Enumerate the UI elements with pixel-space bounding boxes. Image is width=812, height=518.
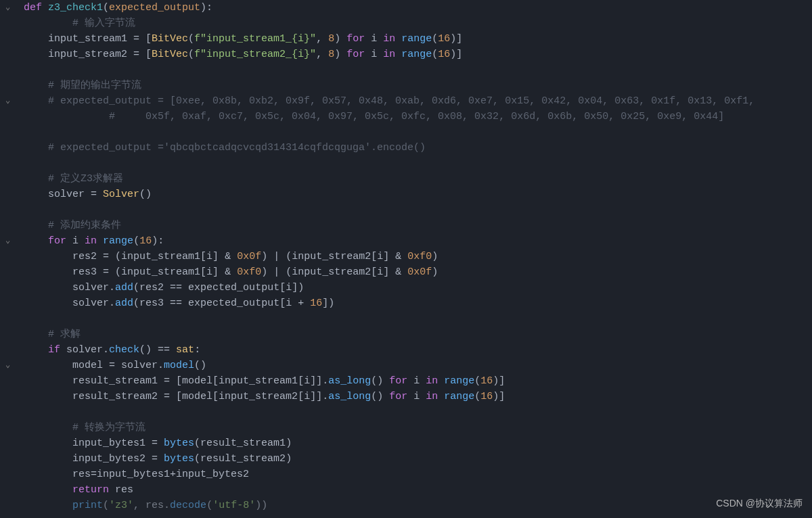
comment: # expected_output ='qbcqbctcadqcvcqd3143… xyxy=(48,142,426,154)
string: f"input_stream1_{i}" xyxy=(194,33,316,45)
gutter: ⌄ ⌄ ⌄ ⌄ xyxy=(0,0,20,518)
watermark-label: CSDN @协议算法师 xyxy=(716,496,803,511)
function-name: z3_check1 xyxy=(48,2,103,14)
comment: # expected_output = [0xee, 0x8b, 0xb2, 0… xyxy=(48,95,754,107)
fold-marker-icon[interactable]: ⌄ xyxy=(5,93,10,109)
comment: # 添加约束条件 xyxy=(48,220,121,231)
fold-marker-icon[interactable]: ⌄ xyxy=(5,358,10,373)
call: BitVec xyxy=(152,33,188,45)
code-area[interactable]: def z3_check1(expected_output): # 输入字节流 … xyxy=(20,0,812,518)
fold-marker-icon[interactable]: ⌄ xyxy=(5,0,10,16)
comment: # 期望的输出字节流 xyxy=(48,80,141,91)
number: 8 xyxy=(328,33,334,45)
comment: # 输入字节流 xyxy=(72,18,135,29)
param-name: expected_output xyxy=(109,2,200,14)
var: input_stream1 xyxy=(48,33,127,45)
comment: # 定义Z3求解器 xyxy=(48,173,123,185)
comment: # 0x5f, 0xaf, 0xc7, 0x5c, 0x04, 0x97, 0x… xyxy=(109,111,724,122)
comment: # 求解 xyxy=(48,329,81,340)
comment: # 转换为字节流 xyxy=(72,422,145,433)
code-editor[interactable]: ⌄ ⌄ ⌄ ⌄ def z3_check1(expected_output): … xyxy=(0,0,812,518)
fold-marker-icon[interactable]: ⌄ xyxy=(5,233,10,249)
